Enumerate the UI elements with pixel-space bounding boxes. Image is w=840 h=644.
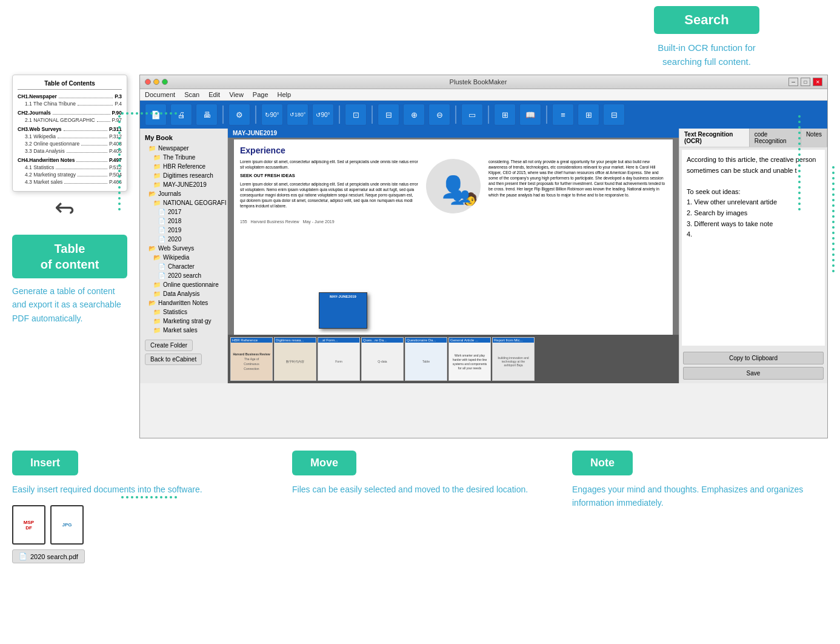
close-btn[interactable]: ✕ xyxy=(813,78,822,86)
app-menubar: Document Scan Edit View Page Help xyxy=(140,89,827,101)
thumb-al-form[interactable]: ...al Form... Form xyxy=(318,337,360,381)
tab-code-recognition[interactable]: code Recognition xyxy=(750,129,801,147)
toc-sub-1-1: 1.1 The China TribuneP.4 xyxy=(18,101,122,107)
tool-zoom-out[interactable]: ⊖ xyxy=(428,104,450,126)
insert-feature: Insert Easily insert required documents … xyxy=(12,451,268,563)
toc-sub-3-3: 3.3 Data AnalysisP.405 xyxy=(18,148,122,154)
tree-hbr-reference[interactable]: 📁HBR Reference xyxy=(140,162,227,171)
back-ecabinet-btn[interactable]: Back to eCabinet xyxy=(145,354,202,365)
page-body: Lorem ipsum dolor sit amet, consectetur … xyxy=(240,181,418,209)
tree-wikipedia[interactable]: 📂Wikipedia xyxy=(140,253,227,262)
tool-list[interactable]: ≡ xyxy=(552,104,574,126)
menu-view[interactable]: View xyxy=(229,91,244,98)
tree-journals[interactable]: 📂Journals xyxy=(140,189,227,198)
tool-crop[interactable]: ⊡ xyxy=(345,104,367,126)
page-content: Experience Lorem ipsum dolor sit amet, c… xyxy=(234,139,673,335)
ocr-panel: Text Recognition (OCR) code Recognition … xyxy=(679,129,827,383)
scroll-dots-right xyxy=(832,166,835,272)
v-dots-left xyxy=(118,115,121,210)
tool-single-page[interactable]: ▭ xyxy=(461,104,483,126)
page-body-2: considering. These all not only provide … xyxy=(488,159,667,198)
tool-print[interactable]: 🖶 xyxy=(196,104,218,126)
tool-two-page[interactable]: ⊞ xyxy=(494,104,516,126)
tool-export[interactable]: ⊟ xyxy=(603,104,625,126)
tool-layout[interactable]: ⊟ xyxy=(378,104,399,126)
insert-badge: Insert xyxy=(12,451,78,475)
minimize-window-dot[interactable] xyxy=(153,79,159,85)
toc-sub-3-2: 3.2 Online questionnareP.403 xyxy=(18,141,122,147)
tool-rotate-ccw[interactable]: ↺90° xyxy=(312,104,334,126)
main-area: Table of Contents CH1.NewspaperP.3 1.1 T… xyxy=(0,75,840,438)
pdf-filename: 2020 search.pdf xyxy=(30,553,78,560)
tree-2017[interactable]: 📄2017 xyxy=(140,207,227,216)
maximize-window-dot[interactable] xyxy=(162,79,168,85)
toc-item-ch3: CH3.Web SurveysP.311 xyxy=(18,126,122,132)
tree-statistics[interactable]: 📁Statistics xyxy=(140,307,227,317)
tree-2020search[interactable]: 📄2020 search xyxy=(140,271,227,280)
close-window-dot[interactable] xyxy=(145,79,151,85)
restore-btn[interactable]: □ xyxy=(801,78,810,86)
tree-handwritten[interactable]: 📂Handwritten Notes xyxy=(140,298,227,307)
tab-notes[interactable]: Notes xyxy=(801,129,827,147)
tree-data-analysis[interactable]: 📁Data Analysis xyxy=(140,289,227,298)
move-feature: Move Files can be easily selected and mo… xyxy=(292,451,548,496)
copy-to-clipboard-btn[interactable]: Copy to Clipboard xyxy=(683,352,824,364)
save-btn[interactable]: Save xyxy=(683,367,824,380)
tree-digitimes[interactable]: 📁Digitimes research xyxy=(140,171,227,180)
tab-text-recognition[interactable]: Text Recognition (OCR) xyxy=(679,129,750,147)
menu-help[interactable]: Help xyxy=(278,91,292,98)
toolbar-sep-5 xyxy=(455,106,456,124)
tree-market-sales[interactable]: 📁Market sales xyxy=(140,326,227,335)
app-title: Plustek BookMaker xyxy=(168,78,788,86)
thumb-quest-da[interactable]: Ques...re Da... Q-data xyxy=(361,337,404,381)
tree-2019[interactable]: 📄2019 xyxy=(140,226,227,235)
tool-settings[interactable]: ⚙ xyxy=(228,104,250,126)
tool-rotate-180[interactable]: ↺180° xyxy=(287,104,308,126)
tree-2020[interactable]: 📄2020 xyxy=(140,235,227,244)
toolbar-sep-1 xyxy=(222,106,224,124)
page-col-figure: 👤 🧑 👤 👤 xyxy=(423,159,484,216)
tree-2018[interactable]: 📄2018 xyxy=(140,216,227,226)
thumb-hbr[interactable]: HBR Reference Harvard Business Review Th… xyxy=(230,337,273,381)
insert-icons: MSP DF JPG xyxy=(12,505,84,545)
tree-online-q[interactable]: 📁Online questionnaire xyxy=(140,280,227,289)
page-columns: Lorem ipsum dolor sit amet, consectetur … xyxy=(240,159,667,216)
create-folder-btn[interactable]: Create Folder xyxy=(145,340,193,351)
bottom-section: Insert Easily insert required documents … xyxy=(0,438,840,569)
ocr-idea-3: 3. Different ways to take note xyxy=(687,219,820,230)
ocr-text-content: According to this article, the creative … xyxy=(682,150,825,346)
thumb-questionaire[interactable]: Questionaire Da... Table xyxy=(405,337,447,381)
move-badge: Move xyxy=(292,451,356,475)
tree-character[interactable]: 📄Character xyxy=(140,262,227,271)
toc-sub-2-1: 2.1 NATIONAL GEOGRAPHICP.97 xyxy=(18,117,122,123)
app-titlebar: Plustek BookMaker ─ □ ✕ xyxy=(140,75,827,89)
tool-book[interactable]: 📖 xyxy=(519,104,541,126)
tool-open[interactable]: 📄 xyxy=(145,104,167,126)
search-badge: Search xyxy=(654,6,759,34)
tree-newspaper[interactable]: 📁Newspaper xyxy=(140,144,227,153)
minimize-btn[interactable]: ─ xyxy=(788,78,798,86)
title-controls: ─ □ ✕ xyxy=(788,78,822,86)
tool-scan[interactable]: 🖨 xyxy=(170,104,192,126)
search-description: Built-in OCR function forsearching full … xyxy=(658,41,756,69)
tree-websurveys[interactable]: 📂Web Surveys xyxy=(140,244,227,253)
tree-natgeo[interactable]: 📁NATIONAL GEOGRAFI xyxy=(140,198,227,207)
h-dots-bottom xyxy=(121,496,177,498)
menu-scan[interactable]: Scan xyxy=(184,91,199,98)
thumb-report-mic[interactable]: Report from Mic... building innovation a… xyxy=(492,337,535,381)
menu-edit[interactable]: Edit xyxy=(208,91,220,98)
mspdf-icon: MSP DF xyxy=(12,505,45,545)
thumb-digitimes[interactable]: Digitimes resea... 数字时代内容 xyxy=(274,337,316,381)
tool-grid[interactable]: ⊞ xyxy=(578,104,599,126)
tree-marketing[interactable]: 📁Marketing strat·gy xyxy=(140,317,227,326)
tree-the-tribune[interactable]: 📁The Tribune xyxy=(140,153,227,162)
thumb-general-article[interactable]: General Article ... Work smarter and pla… xyxy=(448,337,491,381)
menu-page[interactable]: Page xyxy=(253,91,268,98)
tree-may-june[interactable]: 📁MAY-JUNE2019 xyxy=(140,180,227,189)
note-feature: Note Engages your mind and thoughts. Emp… xyxy=(572,451,828,510)
tool-rotate-cw[interactable]: ↻90° xyxy=(261,104,283,126)
page-title: Experience xyxy=(240,146,667,155)
page-figure: 👤 🧑 👤 👤 xyxy=(426,159,481,213)
tool-zoom-in[interactable]: ⊕ xyxy=(403,104,425,126)
menu-document[interactable]: Document xyxy=(145,91,175,98)
